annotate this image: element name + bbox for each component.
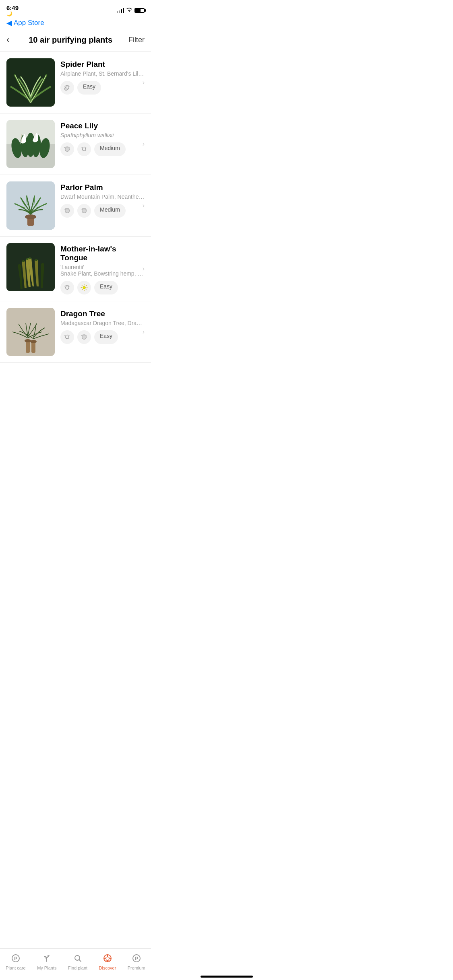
plant-info-peace-lily: Peace Lily Spathiphyllum wallisii Medium bbox=[60, 120, 145, 156]
plant-item-parlor-palm[interactable]: Parlor Palm Dwarf Mountain Palm, Neanthe… bbox=[0, 175, 151, 237]
battery-icon bbox=[134, 8, 145, 13]
chevron-right-icon: › bbox=[143, 79, 145, 86]
light-icon-2 bbox=[77, 204, 91, 218]
plant-tags-peace-lily: Medium bbox=[60, 142, 145, 156]
svg-point-34 bbox=[30, 340, 37, 343]
back-button[interactable]: ‹ bbox=[6, 35, 12, 45]
status-time: 6:49 bbox=[6, 5, 19, 11]
status-right bbox=[117, 8, 145, 14]
chevron-right-icon: › bbox=[143, 202, 145, 209]
difficulty-tag-parlor-palm: Medium bbox=[94, 204, 126, 218]
plant-list: Spider Plant Airplane Plant, St. Bernard… bbox=[0, 52, 151, 398]
plant-image-dragon-tree bbox=[6, 308, 55, 356]
plant-item-mother-in-law[interactable]: Mother-in-law's Tongue 'Laurentii'Snake … bbox=[0, 237, 151, 301]
filter-button[interactable]: Filter bbox=[128, 36, 145, 44]
plant-name-dragon-tree: Dragon Tree bbox=[60, 309, 145, 318]
chevron-right-icon: › bbox=[143, 328, 145, 336]
status-bar: 6:49 🌙 bbox=[0, 0, 151, 18]
svg-point-2 bbox=[64, 88, 67, 91]
chevron-right-icon: › bbox=[143, 140, 145, 148]
plant-image-mother-in-law bbox=[6, 243, 55, 291]
plant-tags-dragon-tree: Easy bbox=[60, 330, 145, 344]
difficulty-tag-dragon-tree: Easy bbox=[94, 330, 118, 344]
app-store-back[interactable]: ◀ App Store bbox=[0, 18, 151, 31]
light-icon-1 bbox=[60, 204, 74, 218]
plant-tags-spider-plant: Easy bbox=[60, 81, 145, 95]
light-icon-1 bbox=[60, 142, 74, 156]
page-title: 10 air purifying plants bbox=[12, 35, 128, 45]
svg-point-33 bbox=[25, 339, 31, 342]
signal-icon bbox=[117, 8, 124, 13]
plant-name-parlor-palm: Parlor Palm bbox=[60, 183, 145, 192]
chevron-right-icon: › bbox=[143, 265, 145, 272]
plant-name-mother-in-law: Mother-in-law's Tongue bbox=[60, 245, 145, 262]
svg-rect-30 bbox=[6, 308, 55, 356]
svg-rect-0 bbox=[6, 58, 55, 107]
svg-line-28 bbox=[82, 289, 83, 290]
svg-line-26 bbox=[82, 285, 83, 286]
plant-info-mother-in-law: Mother-in-law's Tongue 'Laurentii'Snake … bbox=[60, 243, 145, 294]
plant-subtitle-dragon-tree: Madagascar Dragon Tree, Dragon... bbox=[60, 320, 145, 326]
svg-point-20 bbox=[66, 286, 69, 289]
light-icon-2 bbox=[77, 142, 91, 156]
plant-name-spider-plant: Spider Plant bbox=[60, 60, 145, 69]
difficulty-tag-mother-in-law: Easy bbox=[94, 281, 118, 294]
light-icon-2 bbox=[77, 281, 91, 294]
plant-subtitle-mother-in-law: 'Laurentii'Snake Plant, Bowstring hemp, … bbox=[60, 264, 145, 277]
difficulty-tag-spider-plant: Easy bbox=[77, 81, 101, 95]
moon-icon: 🌙 bbox=[6, 11, 19, 16]
app-store-back-arrow: ◀ bbox=[6, 19, 12, 27]
nav-header: ‹ 10 air purifying plants Filter bbox=[0, 31, 151, 52]
plant-subtitle-spider-plant: Airplane Plant, St. Bernard's Lily, S... bbox=[60, 70, 145, 77]
light-icon-1 bbox=[60, 330, 74, 344]
app-store-label: App Store bbox=[14, 19, 44, 27]
difficulty-tag-peace-lily: Medium bbox=[94, 142, 126, 156]
plant-subtitle-parlor-palm: Dwarf Mountain Palm, Neanthe B... bbox=[60, 194, 145, 200]
plant-info-dragon-tree: Dragon Tree Madagascar Dragon Tree, Drag… bbox=[60, 308, 145, 344]
plant-item-spider-plant[interactable]: Spider Plant Airplane Plant, St. Bernard… bbox=[0, 52, 151, 113]
plant-image-parlor-palm bbox=[6, 181, 55, 230]
plant-image-spider-plant bbox=[6, 58, 55, 107]
svg-line-27 bbox=[86, 289, 87, 290]
wifi-icon bbox=[126, 8, 132, 14]
plant-info-parlor-palm: Parlor Palm Dwarf Mountain Palm, Neanthe… bbox=[60, 181, 145, 218]
plant-item-dragon-tree[interactable]: Dragon Tree Madagascar Dragon Tree, Drag… bbox=[0, 301, 151, 363]
status-left: 6:49 🌙 bbox=[6, 5, 19, 16]
plant-name-peace-lily: Peace Lily bbox=[60, 121, 145, 130]
plant-image-peace-lily bbox=[6, 120, 55, 168]
plant-tags-parlor-palm: Medium bbox=[60, 204, 145, 218]
plant-tags-mother-in-law: Easy bbox=[60, 281, 145, 294]
light-icon-1 bbox=[60, 81, 74, 95]
svg-point-21 bbox=[83, 286, 86, 289]
light-icon-1 bbox=[60, 281, 74, 294]
plant-info-spider-plant: Spider Plant Airplane Plant, St. Bernard… bbox=[60, 58, 145, 95]
plant-item-peace-lily[interactable]: Peace Lily Spathiphyllum wallisii Medium… bbox=[0, 113, 151, 175]
svg-point-16 bbox=[25, 214, 36, 219]
svg-point-35 bbox=[66, 336, 69, 339]
light-icon-2 bbox=[77, 330, 91, 344]
svg-line-29 bbox=[86, 285, 87, 286]
svg-point-13 bbox=[83, 148, 86, 151]
plant-subtitle-peace-lily: Spathiphyllum wallisii bbox=[60, 132, 145, 138]
